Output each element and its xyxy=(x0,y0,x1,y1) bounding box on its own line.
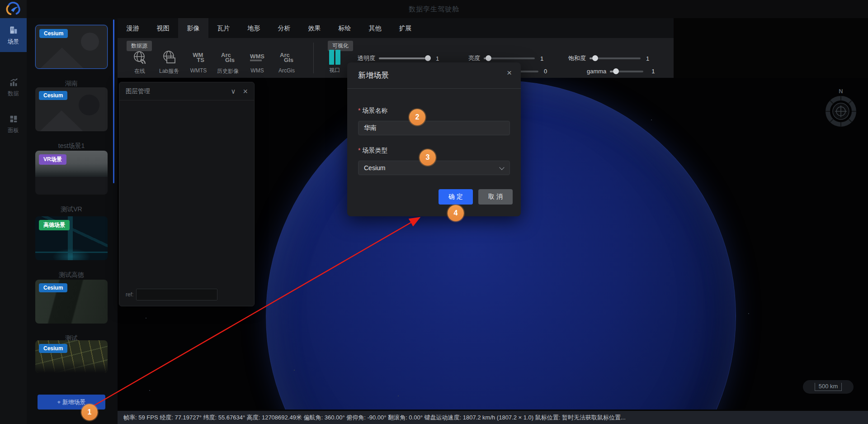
tool-label: ArcGis xyxy=(278,67,295,74)
sidebar-item-data[interactable]: 数据 xyxy=(0,77,27,98)
scene-card-label: 湖南 xyxy=(35,80,108,88)
slider-value: 1 xyxy=(436,55,439,62)
scene-type-badge: Cesium xyxy=(39,29,68,38)
confirm-button[interactable]: 确 定 xyxy=(439,189,473,205)
sidebar-item-dashboard[interactable]: 面板 xyxy=(0,114,27,134)
star-dot xyxy=(149,390,150,391)
title-bar: 数据孪生驾驶舱 xyxy=(0,0,868,18)
tab-terrain[interactable]: 地形 xyxy=(239,18,269,38)
tool-label: WMS xyxy=(250,67,264,74)
scene-list-scrollbar[interactable] xyxy=(113,19,114,183)
tab-imagery[interactable]: 影像 xyxy=(178,18,208,38)
tab-plotting[interactable]: 标绘 xyxy=(330,18,360,38)
scene-card-label: 测试高德 xyxy=(35,271,108,279)
tool-arcgis[interactable]: ArcGIs ArcGis xyxy=(274,49,299,75)
tool-label: Lab服务 xyxy=(159,67,179,75)
tab-tiles[interactable]: 瓦片 xyxy=(208,18,239,38)
sidebar-item-scene[interactable]: 场景 xyxy=(0,18,27,52)
slider-label: gamma xyxy=(587,68,606,75)
compass-north-label: N xyxy=(825,88,857,95)
compass[interactable]: N xyxy=(825,88,857,129)
tab-effects[interactable]: 效果 xyxy=(299,18,330,38)
slider-handle[interactable] xyxy=(486,55,491,61)
tool-viewport[interactable]: 视口 xyxy=(329,50,340,74)
slider-value: 0 xyxy=(544,68,547,75)
tool-label: 在线 xyxy=(134,67,145,75)
close-icon[interactable]: × xyxy=(507,68,512,77)
slider-track[interactable] xyxy=(610,71,643,72)
sidebar-item-label: 场景 xyxy=(8,38,19,46)
status-bar: 帧率: 59 FPS 经度: 77.19727° 纬度: 55.67634° 高… xyxy=(118,411,868,424)
tool-history-imagery[interactable]: ArcGIs 历史影像 xyxy=(215,49,241,75)
map-scale: 500 km xyxy=(803,380,854,394)
star-dot xyxy=(651,119,652,120)
globe-signal-icon xyxy=(132,49,147,66)
scene-card-vr[interactable]: VR场景 测试VR xyxy=(35,151,108,214)
slider-track[interactable] xyxy=(379,57,430,59)
layer-panel-title: 图层管理 xyxy=(126,87,224,95)
tab-analysis[interactable]: 分析 xyxy=(269,18,299,38)
app-window: N 500 km 数据孪生驾驶舱 xyxy=(0,0,868,424)
slider-handle[interactable] xyxy=(425,55,431,61)
scene-list-panel: Cesium 湖南 Cesium test场景1 VR场景 测试VR 高德场景 … xyxy=(27,18,118,424)
dashboard-grid-icon xyxy=(9,114,19,124)
new-scene-dialog: 新增场景 × *场景名称 *场景类型 Cesium 确 定 取 消 xyxy=(347,62,521,216)
tool-wms[interactable]: WMS WMS xyxy=(245,49,270,75)
scene-type-badge: 高德场景 xyxy=(39,220,70,230)
gamma-slider: gamma 1 xyxy=(587,68,655,75)
slider-handle[interactable] xyxy=(613,68,619,74)
slider-label: 饱和度 xyxy=(568,54,586,62)
saturation-slider: 饱和度 1 xyxy=(568,54,649,62)
tab-roam[interactable]: 漫游 xyxy=(118,18,148,38)
ref-input[interactable] xyxy=(136,289,217,300)
scene-thumbnail: Cesium xyxy=(35,280,108,324)
logo-icon xyxy=(5,2,22,16)
scene-card-label: test场景1 xyxy=(35,142,108,150)
scene-name-label: *场景名称 xyxy=(358,107,387,115)
dialog-divider xyxy=(347,88,521,89)
collapse-icon[interactable]: ∨ xyxy=(231,88,236,95)
tool-online[interactable]: 在线 xyxy=(127,49,152,75)
step-badge-3: 3 xyxy=(420,149,436,166)
close-icon[interactable]: × xyxy=(243,87,248,95)
scene-type-value: Cesium xyxy=(364,164,385,172)
cancel-button[interactable]: 取 消 xyxy=(478,189,513,205)
required-asterisk: * xyxy=(358,147,360,154)
scene-name-input[interactable] xyxy=(358,121,510,135)
compass-ring-icon xyxy=(825,95,857,127)
star-dot xyxy=(294,370,295,371)
tab-extension[interactable]: 扩展 xyxy=(390,18,420,38)
scene-card-gaode[interactable]: 高德场景 测试高德 xyxy=(35,216,108,279)
scene-type-select[interactable]: Cesium xyxy=(358,161,510,175)
app-logo[interactable] xyxy=(0,0,27,18)
wms-text-icon: WMS xyxy=(250,49,264,66)
slider-label: 透明度 xyxy=(358,54,375,62)
tab-view[interactable]: 视图 xyxy=(148,18,178,38)
scene-thumbnail: Cesium xyxy=(35,25,108,69)
tab-other[interactable]: 其他 xyxy=(360,18,390,38)
ribbon-divider xyxy=(313,43,314,73)
tool-label: 历史影像 xyxy=(217,67,239,75)
tool-wmts[interactable]: WMTS WMTS xyxy=(186,49,211,75)
sidebar-item-label: 面板 xyxy=(8,127,19,134)
step-badge-4: 4 xyxy=(448,205,464,221)
ribbon-tabs: 漫游 视图 影像 瓦片 地形 分析 效果 标绘 其他 扩展 xyxy=(118,18,674,38)
scene-card-test[interactable]: Cesium 测试 xyxy=(35,280,108,343)
chevron-down-icon xyxy=(499,165,504,170)
scene-card-hunan[interactable]: Cesium 湖南 xyxy=(35,25,108,88)
required-asterisk: * xyxy=(358,107,360,114)
slider-track[interactable] xyxy=(484,57,535,59)
slider-handle[interactable] xyxy=(592,55,598,61)
scene-card-test1[interactable]: Cesium test场景1 xyxy=(35,87,108,150)
tool-lab-service[interactable]: Lab服务 xyxy=(156,49,182,75)
layer-panel-header[interactable]: 图层管理 ∨ × xyxy=(119,82,254,100)
slider-value: 1 xyxy=(651,68,655,75)
scene-card-citymap[interactable]: Cesium xyxy=(35,340,108,373)
scene-thumbnail: Cesium xyxy=(35,87,108,131)
arcgis-text-icon: ArcGIs xyxy=(221,49,235,66)
slider-track[interactable] xyxy=(590,57,641,59)
dialog-title: 新增场景 xyxy=(358,70,389,81)
scene-type-badge: Cesium xyxy=(39,283,67,292)
arcgis-text-icon: ArcGIs xyxy=(280,49,293,66)
step-badge-2: 2 xyxy=(409,109,425,125)
